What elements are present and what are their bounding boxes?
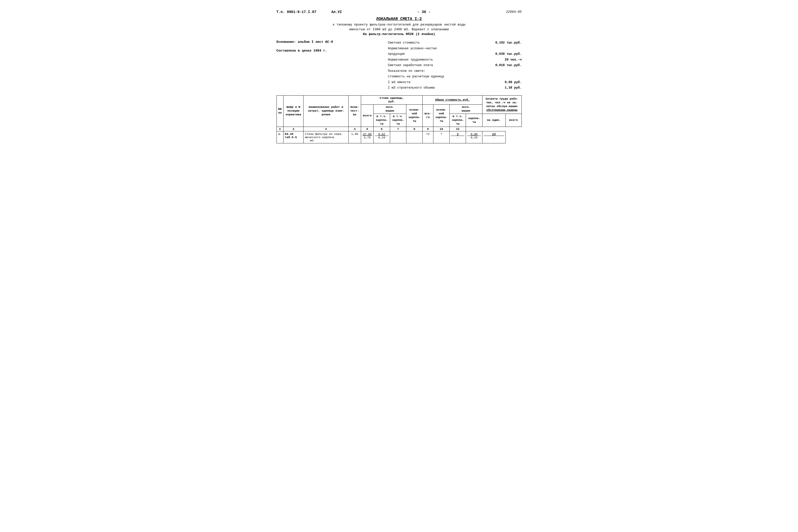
row-code: Е8-38таб.5-5: [283, 131, 304, 144]
row-total-base: 7: [433, 131, 450, 144]
row-num: 1.: [277, 131, 283, 144]
subtitle1: к типовому проекту фильтров-поглотителей…: [277, 23, 522, 26]
col-labor-unit: зарпла-ты: [466, 114, 482, 127]
num-col-10: 10: [433, 127, 450, 131]
col-unit-cost-header: Стоим.единицы,руб.: [361, 95, 422, 104]
header-center: - 36 -: [417, 10, 431, 14]
row-total-all: 72: [423, 131, 433, 144]
col-unit-mach: эксп.машин: [374, 104, 406, 114]
col-unit-base-wage: основ-нойзарпла-ты: [406, 104, 422, 127]
row-labor-per-unit: 6,86 0,25: [466, 131, 482, 144]
subtitle2: емкостью от 1300 м3 до 2400 м3. Вариант …: [277, 27, 522, 31]
col-total-cost-header: Общая стоимость,руб.: [423, 95, 482, 104]
col-total-all: все-го: [423, 104, 433, 127]
header-left: Т.п. 0901-9-17.I.87 Ал.VI: [277, 10, 342, 14]
num-col-5: 5: [361, 127, 373, 131]
production-label: продукция: [388, 51, 405, 57]
labor-label: Нормативная трудоемкость: [388, 57, 433, 63]
section-code: Ал.VI: [331, 10, 342, 14]
num-col-7: 7: [390, 127, 406, 131]
num-col-2: 2: [283, 127, 304, 131]
cost-m3-cap-value: 0,08 руб.: [494, 80, 522, 85]
indicators-row: Показатели по смете:: [388, 68, 522, 74]
col-name: Наименование работ изатрат, единица изме…: [304, 95, 348, 127]
col-total-mach-total: в т.ч.зарпла-ты: [450, 114, 466, 127]
wage-value: 0,018 тыс.руб.: [494, 62, 522, 68]
subtitle3: На фильтр-поглотитель ФП2К (2 ячейки): [277, 32, 522, 36]
wage-label: Сметная заработная плата: [388, 62, 433, 68]
info-section: Основание: альбом I лист АС-8 Составлена…: [277, 40, 522, 91]
cost-unit-label: стоимость на расчетную единицу: [388, 74, 444, 80]
header-right: 22664-05: [506, 10, 521, 14]
composed-label: Составлена в ценах 1984 г.: [277, 49, 388, 53]
num-col-3: 3: [304, 127, 348, 131]
num-col-8: 8: [406, 127, 422, 131]
col-unit-mach-total: в т.ч.зарпла-ты: [374, 114, 390, 127]
cost-m3-cap-label: I м3 емкости: [388, 80, 411, 85]
main-title: ЛОКАЛЬНАЯ СМЕТА I-2: [277, 17, 522, 21]
info-right: Сметная стоимость 0,192 тыс.руб. Нормати…: [388, 40, 522, 91]
num-row: I 2 3 4 5 6 7 8 9 10 II: [277, 127, 521, 131]
row-cost-mach: 0,62 0,19: [374, 131, 390, 144]
col-num: №№пп: [277, 95, 283, 127]
row-name: Стены фильтра из кера-мического кирпича …: [304, 131, 348, 144]
num-col-4: 4: [348, 127, 361, 131]
header-row-1: №№пп Шифр и №позициинорматива Наименован…: [277, 95, 521, 104]
info-left: Основание: альбом I лист АС-8 Составлена…: [277, 40, 388, 91]
labor-row: Нормативная трудоемкость 29 чел.-ч: [388, 57, 522, 63]
col-labor-per-unit: на един.: [482, 114, 506, 127]
col-qty: Коли-чест-во: [348, 95, 361, 127]
row-cost-wage: [406, 131, 422, 144]
col-code: Шифр и №позициинорматива: [283, 95, 304, 127]
main-table: №№пп Шифр и №позициинорматива Наименован…: [277, 95, 522, 144]
wage-row: Сметная заработная плата 0,018 тыс.руб.: [388, 62, 522, 68]
row-cost-base-wage: [390, 131, 406, 144]
doc-number: Т.п. 0901-9-17.I.87: [277, 10, 317, 14]
col-unit-all: всего: [361, 104, 373, 127]
col-labor-total: всего: [506, 114, 521, 127]
cost-m3-vol-label: I м3 строительного объема: [388, 85, 435, 91]
row-cost-total: 37,90 3,75: [361, 131, 373, 144]
col-labor-header: Затраты труда рабо-чих, чел.-ч не за-нят…: [482, 95, 521, 114]
num-col-9: 9: [423, 127, 433, 131]
basis-label: Основание: альбом I лист АС-8: [277, 40, 388, 44]
right-code: 22664-05: [506, 10, 521, 14]
num-col-6: 6: [374, 127, 390, 131]
cost-m3-cap-row: I м3 емкости 0,08 руб.: [388, 80, 522, 85]
norm-clean-value: 0,038 тыс.руб.: [494, 51, 522, 57]
col-total-mach: эксп.машин: [450, 104, 482, 114]
page-header: Т.п. 0901-9-17.I.87 Ал.VI - 36 - 22664-0…: [277, 10, 522, 14]
norm-clean-row1: Нормативная условно-чистая: [388, 46, 522, 52]
row-qty: 1,90: [348, 131, 361, 144]
indicators-label: Показатели по смете:: [388, 68, 425, 74]
page-number: - 36 -: [417, 10, 431, 14]
title-section: ЛОКАЛЬНАЯ СМЕТА I-2 к типовому проекту ф…: [277, 17, 522, 36]
col-total-base-wage: основ-нойзарпла-ты: [433, 104, 450, 127]
norm-clean-label: Нормативная условно-чистая: [388, 46, 437, 52]
cost-unit-row: стоимость на расчетную единицу: [388, 74, 522, 80]
num-col-11: II: [450, 127, 466, 131]
cost-row: Сметная стоимость 0,192 тыс.руб.: [388, 40, 522, 46]
table-row: 1. Е8-38таб.5-5 Стены фильтра из кера-ми…: [277, 131, 521, 144]
cost-m3-vol-row: I м3 строительного объема 1,38 руб.: [388, 85, 522, 91]
row-labor-total: I3 -: [482, 131, 506, 144]
cost-label: Сметная стоимость: [388, 40, 420, 46]
labor-value: 29 чел.-ч: [494, 57, 522, 63]
norm-clean-row2: продукция 0,038 тыс.руб.: [388, 51, 522, 57]
num-col-1: I: [277, 127, 283, 131]
row-total-mach: I -: [450, 131, 466, 144]
cost-value: 0,192 тыс.руб.: [494, 40, 522, 46]
cost-m3-vol-value: 1,38 руб.: [494, 85, 522, 91]
col-unit-mach-wage: в т.ч.зарпла-ты: [390, 114, 406, 127]
